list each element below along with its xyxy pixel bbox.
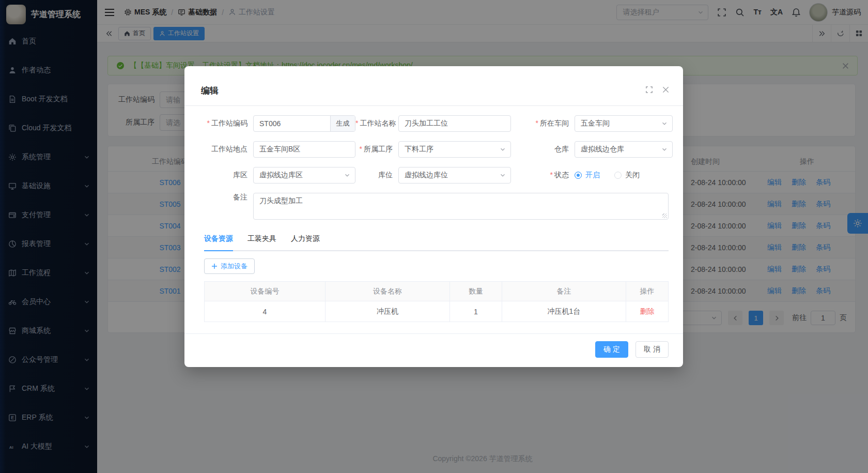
tab-human[interactable]: 人力资源 [291, 234, 320, 251]
equipment-table: 设备编号 设备名称 数量 备注 操作 4 冲压机 1 冲压机1台 删除 [204, 281, 669, 322]
generate-button[interactable]: 生成 [330, 115, 355, 132]
code-input[interactable] [254, 116, 330, 131]
dialog-body: *工作站编码 生成 *工作站名称 *所在车间 五金车间 工作站地点 *所属工序 [184, 115, 683, 322]
equipment-row: 4 冲压机 1 冲压机1台 删除 [205, 301, 668, 322]
slot-select[interactable]: 虚拟线边库位 [398, 167, 511, 184]
warehouse-label: 仓库 [511, 145, 575, 154]
remark-textarea[interactable]: 刀头成型加工 [254, 193, 668, 219]
chevron-down-icon [500, 172, 506, 178]
chevron-down-icon [661, 146, 668, 152]
tab-tooling[interactable]: 工装夹具 [247, 234, 276, 251]
chevron-down-icon [344, 172, 350, 178]
status-radio-on[interactable]: 开启 [575, 171, 600, 180]
dialog-header: 编辑 [184, 66, 683, 106]
name-label: *工作站名称 [355, 119, 398, 128]
dialog-footer: 确 定 取 消 [184, 333, 683, 359]
status-radio-group: 开启 关闭 [575, 171, 640, 180]
process-label: *所属工序 [355, 145, 398, 154]
dialog-fullscreen-icon[interactable] [645, 86, 653, 94]
warehouse-select[interactable]: 虚拟线边仓库 [575, 141, 673, 158]
status-radio-off[interactable]: 关闭 [614, 171, 640, 180]
location-label: 工作站地点 [184, 145, 253, 154]
dialog-close-icon[interactable] [662, 86, 670, 94]
chevron-down-icon [661, 120, 668, 127]
edit-dialog: 编辑 *工作站编码 生成 *工作站名称 *所在车间 五金车间 工作站地点 [184, 66, 683, 367]
status-label: *状态 [511, 171, 575, 180]
location-input[interactable] [254, 142, 355, 157]
tab-equipment[interactable]: 设备资源 [204, 234, 233, 251]
slot-label: 库位 [355, 171, 398, 180]
equipment-table-header: 设备编号 设备名称 数量 备注 操作 [205, 282, 668, 301]
add-equipment-button[interactable]: 添加设备 [204, 258, 255, 274]
area-select[interactable]: 虚拟线边库区 [253, 167, 355, 184]
process-select[interactable]: 下料工序 [398, 141, 511, 158]
area-label: 库区 [184, 171, 253, 180]
resource-tabs: 设备资源 工装夹具 人力资源 [204, 233, 669, 251]
confirm-button[interactable]: 确 定 [595, 341, 628, 358]
name-input[interactable] [399, 116, 510, 131]
code-label: *工作站编码 [184, 119, 253, 128]
equipment-delete-link[interactable]: 删除 [640, 307, 655, 316]
remark-label: 备注 [184, 193, 253, 220]
workshop-label: *所在车间 [511, 119, 575, 128]
plus-icon [211, 263, 218, 269]
cancel-button[interactable]: 取 消 [636, 341, 669, 358]
chevron-down-icon [500, 146, 506, 152]
workshop-select[interactable]: 五金车间 [575, 115, 673, 132]
dialog-title: 编辑 [201, 85, 219, 97]
